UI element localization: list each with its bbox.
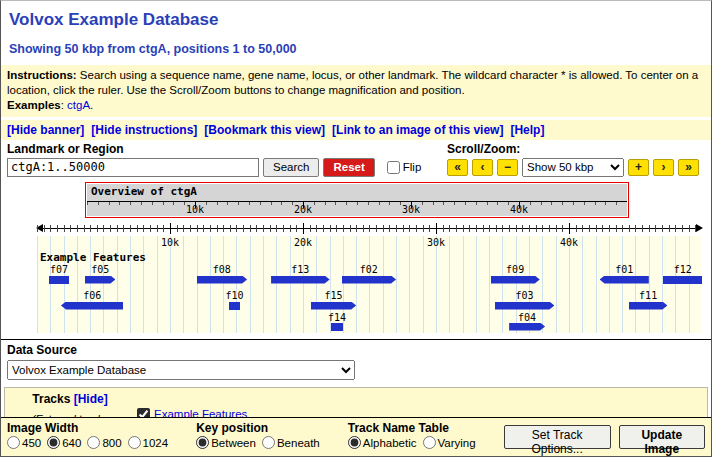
feature-f10[interactable]: [229, 302, 241, 310]
ruler-major-tick: [303, 223, 304, 234]
nav-link[interactable]: [Hide instructions]: [91, 123, 197, 137]
feature-label-f05: f05: [91, 264, 109, 275]
track-name-table-group: Track Name Table AlphabeticVarying: [348, 421, 482, 449]
overview-panel[interactable]: Overview of ctgA 10k20k30k40k: [87, 184, 627, 216]
ruler-arrow-right-icon: [696, 224, 703, 232]
search-section: Landmark or Region Search Reset Flip Scr…: [1, 140, 711, 179]
feature-f13[interactable]: [271, 276, 330, 284]
landmark-input[interactable]: [7, 158, 259, 177]
feature-f02[interactable]: [342, 276, 397, 284]
landmark-area: Landmark or Region Search Reset Flip: [7, 142, 421, 177]
feature-f12[interactable]: [663, 276, 702, 284]
search-button[interactable]: Search: [263, 158, 319, 177]
image-width-option[interactable]: 1024: [128, 436, 169, 449]
examples-suffix: .: [90, 99, 93, 111]
feature-f14[interactable]: [331, 323, 343, 331]
flip-checkbox[interactable]: [387, 161, 400, 174]
feature-f06[interactable]: [61, 302, 124, 310]
feature-label-f06: f06: [83, 290, 101, 301]
zoom-in-icon[interactable]: +: [628, 159, 649, 176]
scrollzoom-area: Scroll/Zoom: « ‹ − Show 50 kbp + › »: [447, 142, 699, 177]
gbrowse-page: Volvox Example Database Showing 50 kbp f…: [0, 0, 712, 457]
nav-link[interactable]: [Link to an image of this view]: [332, 123, 503, 137]
region-summary: Showing 50 kbp from ctgA, positions 1 to…: [9, 42, 703, 56]
nav-link[interactable]: [Help]: [510, 123, 544, 137]
detail-tick-label: 10k: [161, 237, 179, 248]
image-width-label: Image Width: [7, 421, 174, 435]
flip-control[interactable]: Flip: [387, 161, 422, 174]
bottom-buttons: Set Track Options... Update Image: [504, 425, 705, 449]
track-name-table-option[interactable]: Varying: [423, 436, 476, 449]
image-width-option-label: 1024: [143, 437, 169, 449]
zoom-range-select[interactable]: Show 50 kbp: [522, 158, 624, 177]
datasource-select[interactable]: Volvox Example Database: [7, 360, 355, 380]
feature-f15[interactable]: [311, 302, 356, 310]
scrollzoom-label: Scroll/Zoom:: [447, 142, 699, 156]
feature-f01[interactable]: [600, 276, 649, 284]
feature-label-f03: f03: [515, 290, 533, 301]
key-position-radio[interactable]: [262, 436, 275, 449]
feature-label-f08: f08: [213, 264, 231, 275]
scroll-left-icon[interactable]: ‹: [472, 159, 493, 176]
image-width-radio[interactable]: [7, 436, 20, 449]
key-position-group: Key position BetweenBeneath: [196, 421, 326, 449]
features-track-panel: 10k20k30k40k Example Features f07f05f08f…: [37, 236, 702, 333]
track-name-table-radio[interactable]: [348, 436, 361, 449]
track-name-table-radio[interactable]: [423, 436, 436, 449]
example-link[interactable]: ctgA: [67, 99, 90, 111]
overview-minor-ticks: [87, 202, 627, 205]
image-width-radio[interactable]: [128, 436, 141, 449]
feature-label-f10: f10: [225, 290, 243, 301]
image-width-option-label: 800: [102, 437, 121, 449]
track-name-table-radios: AlphabeticVarying: [348, 436, 482, 449]
image-width-option[interactable]: 450: [7, 436, 41, 449]
overview-tick-label: 10k: [186, 204, 204, 215]
instructions-heading: Instructions:: [7, 69, 77, 81]
scroll-far-left-icon[interactable]: «: [447, 159, 468, 176]
detail-tick-label: 40k: [560, 237, 578, 248]
key-position-option[interactable]: Between: [196, 436, 256, 449]
feature-f05[interactable]: [85, 276, 116, 284]
key-position-radios: BetweenBeneath: [196, 436, 326, 449]
overview-section: Overview of ctgA 10k20k30k40k: [1, 181, 711, 220]
ruler-major-tick: [436, 223, 437, 234]
image-width-radio[interactable]: [47, 436, 60, 449]
set-track-options-button[interactable]: Set Track Options...: [504, 425, 611, 449]
detail-ruler[interactable]: [37, 221, 702, 236]
feature-f11[interactable]: [629, 302, 668, 310]
feature-label-f14: f14: [328, 312, 346, 323]
page-title: Volvox Example Database: [9, 10, 703, 30]
feature-label-f02: f02: [360, 264, 378, 275]
quick-links: [Hide banner][Hide instructions][Bookmar…: [1, 120, 711, 140]
image-width-radio[interactable]: [87, 436, 100, 449]
landmark-label: Landmark or Region: [7, 142, 421, 156]
track-title: Example Features: [40, 251, 146, 264]
feature-f09[interactable]: [491, 276, 540, 284]
feature-label-f15: f15: [325, 290, 343, 301]
image-width-group: Image Width 4506408001024: [7, 421, 174, 449]
nav-link[interactable]: [Hide banner]: [7, 123, 84, 137]
scroll-far-right-icon[interactable]: »: [678, 159, 699, 176]
zoom-out-icon[interactable]: −: [497, 159, 518, 176]
feature-f04[interactable]: [509, 323, 545, 331]
feature-label-f13: f13: [291, 264, 309, 275]
feature-f08[interactable]: [197, 276, 248, 284]
key-position-option[interactable]: Beneath: [262, 436, 320, 449]
update-image-button[interactable]: Update Image: [619, 425, 705, 449]
image-width-radios: 4506408001024: [7, 436, 174, 449]
hide-tracks-link[interactable]: [Hide]: [74, 392, 108, 406]
image-width-option[interactable]: 640: [47, 436, 81, 449]
reset-button[interactable]: Reset: [323, 158, 374, 177]
page-header: Volvox Example Database Showing 50 kbp f…: [1, 1, 711, 56]
scroll-right-icon[interactable]: ›: [653, 159, 674, 176]
image-width-option[interactable]: 800: [87, 436, 121, 449]
detail-ruler-section: [1, 221, 711, 236]
feature-label-f12: f12: [674, 264, 692, 275]
examples-line: Examples: ctgA.: [7, 98, 705, 113]
key-position-option-label: Between: [211, 437, 256, 449]
nav-link[interactable]: [Bookmark this view]: [204, 123, 325, 137]
feature-f03[interactable]: [495, 302, 555, 310]
feature-f07[interactable]: [49, 276, 69, 284]
track-name-table-option[interactable]: Alphabetic: [348, 436, 417, 449]
key-position-radio[interactable]: [196, 436, 209, 449]
